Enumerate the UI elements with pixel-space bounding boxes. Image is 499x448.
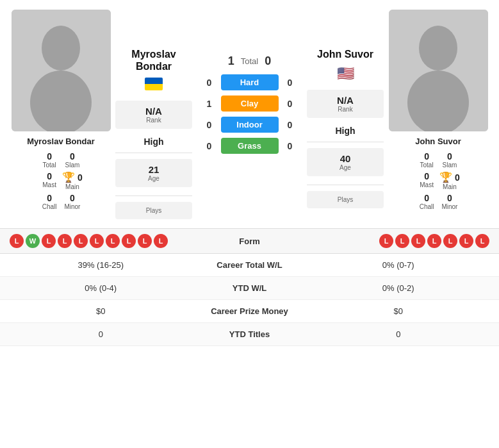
grass-score-right: 0 [284,141,297,151]
hard-score-left: 0 [203,78,216,88]
right-minor-label: Minor [441,203,457,210]
form-badge-left: W [26,234,40,248]
form-badge-right: L [395,234,409,248]
left-stat-chall: 0 Chall [39,193,60,210]
form-badge-left: L [10,234,24,248]
right-slam-value: 0 [447,151,452,162]
right-stat-main: 🏆 0 Main [439,171,460,190]
indoor-badge: Indoor [221,117,279,133]
form-badge-right: L [427,234,441,248]
hard-row: 0 Hard 0 [192,74,307,90]
left-player-name-top: MyroslavBondar [131,48,176,72]
right-rank-high: High [335,126,355,136]
right-divider1 [307,142,384,142]
left-age-label: Age [118,175,190,182]
left-total-label: Total [43,162,56,169]
right-player-area: John Suvor 0 Total 0 Slam 0 Mast 🏆 [384,10,493,210]
total-row: 1 Total 0 [228,54,272,68]
right-player-stats-grid: 0 Total 0 Slam 0 Mast 🏆 0 Main [416,151,460,210]
left-plays-box: Plays [115,202,192,219]
left-main-label: Main [65,183,79,190]
form-badge-right: L [459,234,473,248]
form-badge-left: L [138,234,152,248]
right-player-name-below: John Suvor [415,137,461,146]
stats-label-0: Career Total W/L [192,260,307,270]
left-age-box: 21 Age [115,159,192,187]
right-chall-value: 0 [424,193,429,203]
left-player-stats-grid: 0 Total 0 Slam 0 Mast 🏆 0 [39,151,83,210]
left-minor-label: Minor [64,203,80,210]
stats-row: 0% (0-4) YTD W/L 0% (0-2) [0,277,499,300]
form-badge-right: L [411,234,425,248]
clay-score-left: 1 [203,99,216,109]
stats-right-2: $0 [307,306,490,316]
total-score-right: 0 [265,54,271,68]
right-trophy-icon: 🏆 [439,171,452,183]
form-badges-right: LLLLLLL [275,234,490,248]
right-mast-label: Mast [420,181,434,188]
stats-label-3: YTD Titles [192,329,307,339]
left-trophy-icon: 🏆 [62,171,75,183]
right-slam-label: Slam [443,162,457,169]
form-label: Form [231,236,269,246]
right-minor-value: 0 [447,193,452,203]
left-stat-mast: 0 Mast [39,171,60,190]
clay-score-right: 0 [284,99,297,109]
grass-score-left: 0 [203,141,216,151]
total-score-left: 1 [228,54,234,68]
left-main-value: 0 [78,172,83,183]
form-badge-left: L [74,234,88,248]
svg-point-4 [419,26,457,71]
right-rank-value: N/A [309,95,381,106]
hard-badge: Hard [221,74,279,90]
form-section: LWLLLLLLLL Form LLLLLLL [0,228,499,254]
form-badge-left: L [42,234,56,248]
indoor-score-right: 0 [284,120,297,130]
left-slam-value: 0 [70,151,75,162]
stats-right-0: 0% (0-7) [307,260,490,270]
left-minor-value: 0 [70,193,75,203]
left-divider2 [115,195,192,196]
grass-row: 0 Grass 0 [192,138,307,154]
svg-point-1 [42,26,80,71]
right-flag-usa: 🇺🇸 [337,65,354,82]
right-rank-box: N/A Rank [307,90,384,118]
left-mast-value: 0 [47,171,52,181]
left-stat-total: 0 Total [39,151,60,169]
total-label: Total [241,56,258,66]
form-badge-left: L [90,234,104,248]
left-rank-high: High [143,137,163,147]
stats-label-1: YTD W/L [192,283,307,293]
form-badge-left: L [106,234,120,248]
grass-badge: Grass [221,138,279,154]
right-stat-chall: 0 Chall [416,193,437,210]
form-badge-left: L [58,234,72,248]
left-stat-main: 🏆 0 Main [62,171,83,190]
right-age-box: 40 Age [307,148,384,176]
stats-table: 39% (16-25) Career Total W/L 0% (0-7) 0%… [0,254,499,346]
right-player-name-top: John Suvor [317,48,373,60]
left-slam-label: Slam [65,162,80,169]
left-chall-value: 0 [47,193,52,203]
right-mast-value: 0 [424,171,429,181]
indoor-score-left: 0 [203,120,216,130]
clay-row: 1 Clay 0 [192,95,307,112]
left-rank-value: N/A [118,106,190,117]
right-total-label: Total [420,162,434,169]
right-age-label: Age [309,164,381,171]
right-stat-slam: 0 Slam [439,151,460,169]
right-chall-label: Chall [420,203,434,210]
top-section: Myroslav Bondar 0 Total 0 Slam 0 Mast [0,0,499,228]
stats-label-2: Career Prize Money [192,306,307,316]
stats-right-3: 0 [307,329,490,339]
left-divider1 [115,153,192,153]
stats-row: 39% (16-25) Career Total W/L 0% (0-7) [0,254,499,277]
left-age-value: 21 [118,164,190,175]
right-plays-label: Plays [309,196,381,203]
right-main-label: Main [443,183,457,190]
stats-left-0: 39% (16-25) [10,260,192,270]
left-total-value: 0 [47,151,52,162]
left-flag-ukraine [145,78,163,90]
right-stat-total: 0 Total [416,151,437,169]
right-stat-minor: 0 Minor [439,193,460,210]
